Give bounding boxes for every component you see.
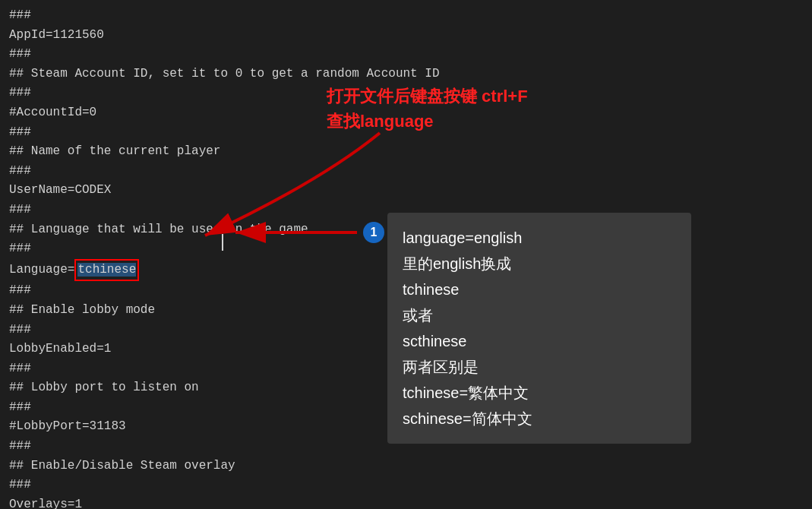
tooltip-line-2: 里的english换成 bbox=[403, 251, 676, 277]
tooltip-line-8: schinese=简体中文 bbox=[403, 406, 676, 432]
code-line: UserName=CODEX bbox=[9, 181, 803, 201]
tooltip-box: language=english 里的english换成 tchinese 或者… bbox=[387, 213, 691, 444]
code-line: ## Name of the current player bbox=[9, 142, 803, 162]
code-line: ## Enable/Disable Steam overlay bbox=[9, 457, 803, 476]
code-line: ### bbox=[9, 6, 803, 26]
language-highlight: tchinese bbox=[77, 263, 136, 277]
code-line: AppId=1121560 bbox=[9, 26, 803, 46]
language-value-box: tchinese bbox=[74, 259, 139, 282]
code-line: ## Steam Account ID, set it to 0 to get … bbox=[9, 65, 803, 84]
annotation-line2: 查找language bbox=[327, 109, 528, 134]
tooltip-line-1: language=english bbox=[403, 225, 676, 251]
step-badge: 1 bbox=[363, 222, 384, 243]
code-line: ### bbox=[9, 476, 803, 495]
tooltip-line-6: 两者区别是 bbox=[403, 354, 676, 380]
code-line: Overlays=1 bbox=[9, 495, 803, 509]
annotation-line1: 打开文件后键盘按键 ctrl+F bbox=[327, 84, 528, 109]
tooltip-line-7: tchinese=繁体中文 bbox=[403, 380, 676, 406]
tooltip-line-4: 或者 bbox=[403, 302, 676, 328]
tooltip-line-3: tchinese bbox=[403, 277, 676, 302]
chinese-annotation: 打开文件后键盘按键 ctrl+F 查找language bbox=[327, 84, 528, 134]
code-line: ### bbox=[9, 45, 803, 65]
code-line: ### bbox=[9, 162, 803, 182]
tooltip-line-5: scthinese bbox=[403, 328, 676, 354]
text-cursor bbox=[222, 234, 223, 251]
